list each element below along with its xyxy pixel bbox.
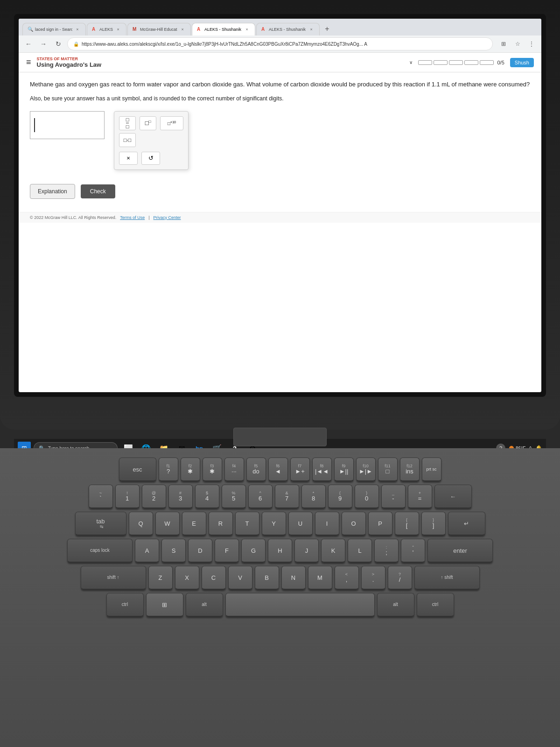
check-button[interactable]: Check [81,184,115,198]
answer-input-box[interactable] [30,111,105,139]
key-9[interactable]: (9 [328,485,352,509]
key-slash[interactable]: ?/ [388,566,412,590]
fraction-button[interactable]: □□ [119,116,136,130]
key-p[interactable]: P [368,512,392,536]
key-minus[interactable]: _- [381,485,406,509]
key-s[interactable]: S [161,539,186,563]
key-f1[interactable]: f1? [159,458,178,482]
key-w[interactable]: W [155,512,180,536]
key-5[interactable]: %5 [222,485,246,509]
key-backspace[interactable]: ← [434,485,472,509]
menu-icon[interactable]: ≡ [26,57,31,67]
key-prtsc[interactable]: prt sc [422,458,441,482]
key-f4[interactable]: f4··· [224,458,244,482]
chevron-down-icon[interactable]: ∨ [409,60,413,65]
key-alt-right[interactable]: alt [377,593,414,617]
key-d[interactable]: D [188,539,212,563]
multiplication-dot-button[interactable]: □·□ [119,133,136,147]
tab-close-aleks-active[interactable]: × [244,26,250,33]
tab-close-mcgraw[interactable]: × [179,26,186,33]
key-o[interactable]: O [342,512,366,536]
key-z[interactable]: Z [148,566,173,590]
key-r[interactable]: R [209,512,233,536]
key-f[interactable]: F [215,539,239,563]
address-box[interactable]: 🔒 https://www-awu.aleks.com/alekscgi/x/l… [67,37,493,50]
key-f2[interactable]: f2✱ [181,458,200,482]
key-quote[interactable]: "' [401,539,425,563]
key-rbracket[interactable]: }] [421,512,446,536]
tab-close-aleks2[interactable]: × [308,26,315,33]
key-f9[interactable]: f9►|| [334,458,354,482]
key-shift-left[interactable]: shift ↑ [81,566,146,590]
key-q[interactable]: Q [129,512,153,536]
key-n[interactable]: N [281,566,306,590]
key-f8[interactable]: f8|◄◄ [312,458,332,482]
key-2[interactable]: @2 [142,485,166,509]
key-h[interactable]: H [268,539,292,563]
key-shift-right[interactable]: ↑ shift [414,566,480,590]
key-win[interactable]: ⊞ [146,593,183,617]
touchpad[interactable] [233,428,327,446]
key-semicolon[interactable]: :; [374,539,399,563]
key-m[interactable]: M [308,566,332,590]
superscript-button[interactable]: □□ [140,116,156,130]
key-f7[interactable]: f7►+ [290,458,310,482]
key-f10[interactable]: f10►|► [356,458,376,482]
clear-button[interactable]: × [119,152,138,165]
key-space[interactable] [225,593,375,617]
key-caps-lock[interactable]: caps lock [67,539,133,563]
key-0[interactable]: )0 [355,485,379,509]
key-equals[interactable]: += [408,485,432,509]
extensions-button[interactable]: ⊞ [497,38,510,50]
tab-mcgraw[interactable]: M McGraw-Hill Education C... × [127,23,191,35]
key-k[interactable]: K [321,539,345,563]
forward-button[interactable]: → [37,38,49,50]
key-8[interactable]: *8 [301,485,326,509]
key-v[interactable]: V [228,566,252,590]
key-7[interactable]: &7 [275,485,299,509]
explanation-button[interactable]: Explanation [30,184,75,199]
tab-close-search[interactable]: × [74,26,81,33]
key-f12[interactable]: f12ins [400,458,420,482]
user-name-button[interactable]: Shush [510,58,534,67]
key-u[interactable]: U [288,512,313,536]
reload-button[interactable]: ↻ [52,38,64,50]
tab-search[interactable]: 🔍 laced sign in - Search × [22,23,86,35]
tab-aleks[interactable]: A ALEKS × [87,23,126,35]
key-6[interactable]: ^6 [248,485,273,509]
key-a[interactable]: A [135,539,159,563]
scientific-notation-button[interactable]: □×10 [160,116,183,130]
key-f11[interactable]: f11□ [378,458,398,482]
key-comma[interactable]: <, [335,566,359,590]
key-lbracket[interactable]: {[ [395,512,419,536]
key-4[interactable]: $4 [195,485,219,509]
tab-aleks-active[interactable]: A ALEKS - Shushanik Babay... × [192,23,255,35]
key-enter2[interactable]: enter [427,539,493,563]
key-f6[interactable]: f6◄ [268,458,288,482]
new-tab-button[interactable]: + [321,22,334,35]
key-e[interactable]: E [182,512,206,536]
tab-aleks2[interactable]: A ALEKS - Shushanik Babay... × [256,23,320,35]
privacy-link[interactable]: Privacy Center [154,215,181,220]
terms-link[interactable]: Terms of Use [120,215,145,220]
key-esc[interactable]: esc [119,458,156,482]
menu-button[interactable]: ⋮ [525,38,538,50]
key-g[interactable]: G [241,539,266,563]
key-t[interactable]: T [235,512,259,536]
key-c[interactable]: C [202,566,226,590]
key-period[interactable]: >. [361,566,385,590]
tab-close-aleks[interactable]: × [115,26,121,33]
key-backtick[interactable]: ~` [89,485,113,509]
key-l[interactable]: L [348,539,372,563]
key-x[interactable]: X [175,566,199,590]
back-button[interactable]: ← [22,38,35,50]
key-f5[interactable]: f5do [246,458,266,482]
key-j[interactable]: J [294,539,319,563]
key-3[interactable]: #3 [168,485,193,509]
key-enter[interactable]: ↵ [448,512,485,536]
undo-button[interactable]: ↺ [141,152,160,165]
key-i[interactable]: I [315,512,339,536]
key-1[interactable]: !1 [115,485,140,509]
key-y[interactable]: Y [262,512,286,536]
key-f3[interactable]: f3✱ [203,458,222,482]
